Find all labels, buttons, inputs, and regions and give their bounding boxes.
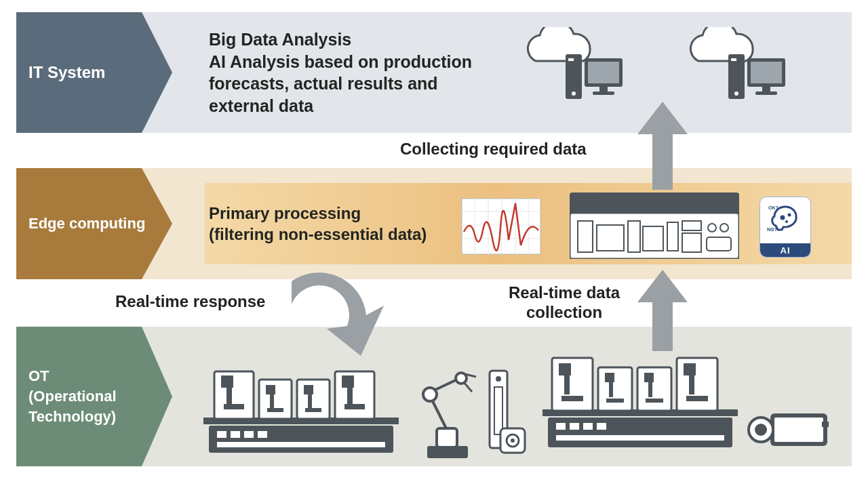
svg-point-40 [785, 220, 788, 223]
label-realtime-response: Real-time response [115, 292, 265, 311]
svg-rect-6 [599, 87, 608, 92]
svg-rect-48 [224, 404, 244, 409]
edge-computing-tab: Edge computing [16, 168, 172, 279]
svg-rect-56 [305, 408, 321, 412]
label-realtime-data-collection: Real-time data collection [509, 283, 620, 323]
industrial-camera-icon [746, 407, 834, 457]
it-system-tab: IT System [16, 12, 172, 133]
ai-ng-label: NG? [767, 227, 777, 232]
svg-rect-58 [342, 375, 354, 388]
svg-rect-86 [637, 367, 671, 411]
svg-rect-104 [822, 422, 829, 427]
svg-rect-13 [762, 87, 770, 92]
svg-rect-59 [347, 388, 353, 404]
svg-point-75 [511, 439, 515, 443]
it-description: Big Data Analysis AI Analysis based on p… [172, 28, 498, 117]
svg-rect-2 [568, 58, 574, 61]
svg-rect-83 [605, 373, 614, 382]
svg-rect-98 [556, 435, 724, 441]
svg-rect-94 [556, 423, 566, 430]
svg-rect-90 [677, 358, 717, 411]
label-collecting-required-data: Collecting required data [400, 140, 587, 159]
svg-point-39 [788, 214, 791, 217]
svg-rect-45 [214, 371, 254, 419]
svg-rect-92 [689, 375, 694, 394]
ai-label: AI [760, 243, 810, 257]
svg-rect-67 [437, 428, 457, 447]
arrow-up-icon [637, 270, 688, 354]
svg-point-71 [496, 376, 501, 382]
svg-marker-41 [637, 270, 688, 351]
svg-rect-78 [552, 358, 593, 411]
svg-rect-5 [588, 62, 619, 83]
svg-rect-82 [598, 367, 632, 411]
svg-rect-97 [597, 423, 606, 430]
svg-rect-47 [226, 388, 232, 404]
svg-rect-77 [548, 418, 732, 447]
ot-title: OT (Operational Technology) [28, 366, 117, 426]
svg-point-38 [781, 216, 785, 220]
it-system-title: IT System [28, 63, 105, 82]
svg-rect-85 [606, 399, 624, 403]
svg-rect-96 [583, 423, 593, 430]
cnc-machinery-icon [203, 359, 399, 464]
svg-rect-91 [684, 363, 696, 375]
svg-marker-15 [637, 102, 688, 190]
svg-rect-64 [258, 431, 267, 438]
svg-rect-84 [609, 382, 613, 397]
svg-rect-60 [344, 404, 365, 409]
waveform-chart-icon [461, 198, 541, 258]
svg-rect-7 [593, 92, 614, 95]
svg-rect-50 [266, 385, 275, 394]
ai-brain-icon: OK? NG? [760, 197, 810, 243]
svg-rect-81 [561, 396, 583, 401]
svg-rect-80 [564, 375, 570, 394]
svg-rect-27 [570, 213, 739, 259]
edge-device-panel-icon [570, 192, 739, 262]
svg-point-10 [734, 92, 738, 96]
svg-rect-65 [217, 442, 385, 447]
svg-rect-12 [751, 62, 782, 83]
svg-rect-95 [570, 423, 579, 430]
svg-rect-9 [731, 58, 736, 61]
ai-ok-label: OK? [768, 205, 778, 210]
svg-rect-87 [644, 373, 654, 382]
cloud-computer-icon [515, 27, 624, 111]
cnc-machinery-icon [542, 346, 738, 457]
svg-rect-57 [335, 371, 374, 419]
ot-tab: OT (Operational Technology) [16, 327, 172, 466]
svg-point-3 [572, 92, 576, 96]
robot-arm-icon [407, 366, 481, 464]
svg-point-103 [755, 424, 767, 436]
edge-description: Primary processing (filtering non-essent… [172, 203, 427, 245]
svg-rect-46 [221, 375, 233, 388]
svg-rect-88 [648, 382, 652, 397]
svg-rect-89 [646, 399, 663, 403]
svg-rect-62 [231, 431, 240, 438]
svg-rect-61 [217, 431, 226, 438]
arrow-up-icon [637, 102, 688, 192]
ai-badge-icon: OK? NG? AI [760, 197, 811, 258]
svg-rect-100 [773, 416, 825, 443]
cloud-computer-icon [678, 27, 787, 111]
svg-rect-93 [686, 396, 708, 401]
svg-rect-44 [209, 426, 393, 453]
edge-computing-title: Edge computing [28, 215, 145, 232]
arrow-curved-down-icon [278, 268, 400, 372]
svg-rect-52 [267, 408, 283, 412]
control-knob-icon [499, 427, 526, 457]
svg-rect-79 [559, 363, 571, 375]
svg-rect-63 [244, 431, 254, 438]
svg-rect-14 [755, 92, 777, 95]
svg-rect-54 [304, 385, 313, 394]
svg-rect-55 [308, 394, 312, 408]
svg-rect-51 [270, 394, 274, 408]
